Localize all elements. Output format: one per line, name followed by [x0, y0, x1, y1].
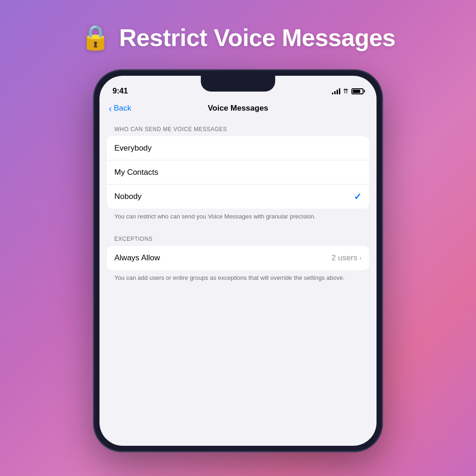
nobody-option[interactable]: Nobody ✓ — [107, 185, 369, 209]
exceptions-list: Always Allow 2 users › — [107, 246, 369, 270]
always-allow-right: 2 users › — [331, 253, 362, 263]
always-allow-label: Always Allow — [114, 253, 160, 263]
signal-icon — [332, 88, 340, 94]
back-label[interactable]: Back — [114, 104, 132, 113]
status-time: 9:41 — [112, 86, 128, 96]
nav-bar: ‹ Back Voice Messages — [99, 100, 377, 119]
my-contacts-label: My Contacts — [114, 168, 158, 177]
nav-title: Voice Messages — [208, 104, 268, 113]
back-button[interactable]: ‹ Back — [109, 104, 131, 113]
section1-footer: You can restrict who can send you Voice … — [107, 209, 369, 228]
phone-notch — [201, 76, 275, 92]
voice-message-options-list: Everybody My Contacts Nobody ✓ — [107, 136, 369, 209]
page-title: Restrict Voice Messages — [119, 24, 396, 52]
phone-frame: 9:41 ⇈ ‹ Back Voice Messages — [94, 70, 382, 451]
always-allow-item[interactable]: Always Allow 2 users › — [107, 246, 369, 270]
nobody-label: Nobody — [114, 192, 142, 201]
nobody-checkmark-icon: ✓ — [354, 191, 362, 202]
everybody-option[interactable]: Everybody — [107, 136, 369, 160]
lock-icon: 🔒 — [80, 23, 111, 52]
phone-screen: 9:41 ⇈ ‹ Back Voice Messages — [99, 76, 377, 446]
battery-icon — [351, 88, 364, 94]
page-header: 🔒 Restrict Voice Messages — [80, 23, 396, 52]
my-contacts-option[interactable]: My Contacts — [107, 160, 369, 185]
section2-footer: You can add users or entire groups as ex… — [107, 270, 369, 290]
wifi-icon: ⇈ — [343, 87, 349, 95]
everybody-label: Everybody — [114, 144, 152, 153]
settings-content: WHO CAN SEND ME VOICE MESSAGES Everybody… — [99, 119, 377, 290]
section1-label: WHO CAN SEND ME VOICE MESSAGES — [107, 119, 369, 136]
always-allow-count: 2 users — [331, 253, 357, 263]
section2-label: EXCEPTIONS — [107, 228, 369, 246]
back-chevron-icon: ‹ — [109, 104, 112, 113]
status-icons: ⇈ — [332, 87, 364, 95]
chevron-right-icon: › — [359, 254, 362, 262]
